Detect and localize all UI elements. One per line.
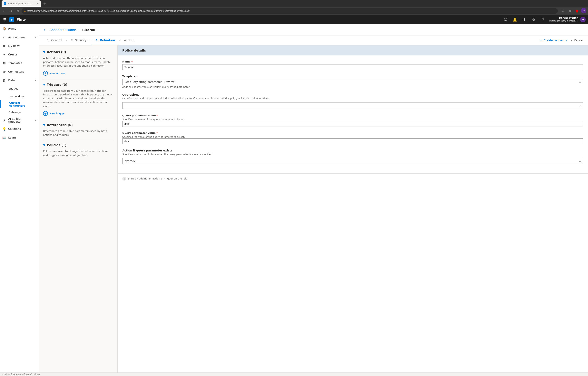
action-if-exists-dropdown[interactable]: override ⌄ [122, 158, 583, 164]
template-label: Template * [122, 75, 583, 78]
action-if-exists-label: Action if query parameter exists [122, 149, 583, 152]
sidebar-item-ai-builder[interactable]: ⚡ AI Builder (preview) ∨ [0, 116, 39, 125]
query-param-name-input[interactable] [122, 121, 583, 127]
new-trigger-button[interactable]: + New trigger [43, 111, 114, 116]
query-param-value-input[interactable] [122, 138, 583, 144]
references-title: References (0) [47, 123, 73, 127]
new-action-button[interactable]: + New action [43, 71, 114, 76]
new-tab-button[interactable]: + [42, 1, 48, 6]
references-section-header: ▼ References (0) [43, 123, 114, 127]
user-avatar-topbar[interactable]: D [580, 17, 586, 22]
wizard-tab-general[interactable]: 1. General [44, 35, 65, 45]
app-logo: Flow [16, 18, 26, 22]
wizard-tab-definition-label: Definition [100, 39, 115, 42]
tab-close-button[interactable]: × [36, 2, 38, 5]
settings-button[interactable]: ⚙ [530, 16, 537, 23]
feedback-button[interactable]: 😊 [502, 16, 509, 23]
query-param-name-label: Query parameter name * [122, 114, 583, 117]
sidebar-item-learn[interactable]: 📖 Learn [0, 133, 39, 142]
template-required: * [136, 75, 137, 78]
download-button[interactable]: ⬇ [521, 16, 528, 23]
create-connector-button[interactable]: ✓ Create connector [540, 39, 567, 42]
wizard-tab-test-label: Test [128, 39, 134, 42]
wizard-tab-general-num: 1. [47, 39, 50, 42]
name-input[interactable] [122, 64, 583, 70]
query-param-value-label: Query parameter value * [122, 131, 583, 135]
wizard-tab-general-label: General [51, 39, 62, 42]
forward-button[interactable]: → [8, 8, 14, 14]
custom-connectors-label: Custom connectors [9, 101, 37, 107]
wizard-tab-test-num: 4. [124, 39, 127, 42]
wizard-tab-test[interactable]: 4. Test [121, 35, 137, 45]
ai-builder-icon: ⚡ [2, 118, 6, 122]
template-dropdown[interactable]: Set query string parameter (Preview) ⌄ [122, 79, 583, 85]
references-description: References are reusable parameters used … [43, 129, 114, 137]
extension2-button[interactable]: ● [574, 8, 580, 14]
name-label: Name * [122, 60, 583, 63]
wizard-chevron-2: › [90, 39, 92, 42]
notifications-button[interactable]: 🔔 [511, 16, 518, 23]
wizard-chevron-1: › [65, 39, 68, 42]
wizard-tab-security-label: Security [75, 39, 87, 42]
triggers-toggle[interactable]: ▼ [43, 83, 45, 86]
cancel-x-icon: × [571, 39, 573, 42]
app-icon: F [10, 17, 14, 22]
policy-details-body: Name * Template * Set [118, 55, 588, 173]
sidebar-item-create[interactable]: ＋ Create [0, 50, 39, 59]
entities-label: Entities [9, 87, 18, 90]
sidebar-item-solutions[interactable]: 💡 Solutions [0, 125, 39, 133]
extension1-button[interactable]: 😊 [567, 8, 573, 14]
sidebar-item-my-flows[interactable]: ≡ My flows [0, 42, 39, 50]
operations-chevron-icon: ⌄ [579, 104, 581, 107]
address-bar[interactable] [21, 8, 558, 14]
actions-divider [43, 80, 114, 80]
sidebar-label-solutions: Solutions [8, 127, 37, 130]
favorites-button[interactable]: ☆ [560, 8, 566, 14]
sidebar-label-ai-builder: AI Builder (preview) [8, 117, 33, 124]
name-required: * [131, 60, 133, 63]
browser-controls: ← → ↻ 🔒 ☆ 😊 ● D [0, 7, 588, 15]
policies-toggle[interactable]: ▼ [43, 144, 45, 147]
refresh-button[interactable]: ↻ [15, 8, 20, 14]
sidebar-item-connectors[interactable]: ⟳ Connectors [0, 67, 39, 76]
wizard-tabs: 1. General › 2. Security › 3. Definition… [39, 35, 588, 45]
gateways-label: Gateways [9, 111, 21, 114]
help-button[interactable]: ? [540, 16, 547, 23]
active-tab[interactable]: F Manage your custom connectors × [1, 0, 41, 7]
action-if-exists-value: override [125, 159, 136, 163]
sidebar-subitem-connections[interactable]: Connections [0, 93, 39, 100]
new-trigger-label: New trigger [49, 112, 65, 115]
bottom-hint: ℹ Start by adding an action or trigger o… [118, 173, 588, 184]
wizard-chevron-3: › [118, 39, 121, 42]
connector-name[interactable]: Connector Name [50, 28, 76, 32]
template-form-group: Template * Set query string parameter (P… [122, 75, 583, 88]
breadcrumb-bar: ← Connector Name | Tutorial [39, 24, 588, 35]
breadcrumb-title: Tutorial [82, 28, 95, 32]
sidebar-item-home[interactable]: 🏠 Home [0, 24, 39, 33]
operations-dropdown[interactable]: ⌄ [122, 102, 583, 109]
user-avatar-browser[interactable]: D [581, 8, 587, 13]
back-button[interactable]: ← [1, 8, 7, 14]
wizard-tab-security[interactable]: 2. Security [68, 35, 90, 45]
back-button[interactable]: ← [44, 27, 47, 32]
triggers-title: Triggers (0) [47, 83, 67, 87]
info-icon: ℹ [122, 177, 126, 181]
query-param-name-required: * [157, 114, 158, 117]
app-topbar: ☰ F Flow 😊 🔔 ⬇ ⚙ ? Denzel Pfeifer Micros… [0, 15, 588, 24]
cancel-button[interactable]: × Cancel [571, 39, 583, 42]
actions-toggle[interactable]: ▼ [43, 51, 45, 54]
wizard-tab-definition[interactable]: 3. Definition [92, 35, 118, 45]
references-toggle[interactable]: ▼ [43, 124, 45, 126]
sidebar-subitem-custom-connectors[interactable]: Custom connectors [0, 100, 39, 108]
sidebar-item-templates[interactable]: ⊞ Templates [0, 59, 39, 67]
cancel-label: Cancel [574, 39, 583, 42]
data-icon: 🗄 [2, 78, 6, 82]
sidebar-item-data[interactable]: 🗄 Data ∧ [0, 76, 39, 85]
sidebar-subitem-entities[interactable]: Entities [0, 85, 39, 93]
checkmark-icon: ✓ [540, 39, 543, 42]
tab-favicon: F [4, 2, 6, 5]
sidebar-subitem-gateways[interactable]: Gateways [0, 108, 39, 116]
query-param-name-form-group: Query parameter name * Specifies the nam… [122, 114, 583, 127]
hamburger-button[interactable]: ☰ [2, 17, 7, 22]
sidebar-item-action-items[interactable]: ✓ Action items ∨ [0, 33, 39, 42]
